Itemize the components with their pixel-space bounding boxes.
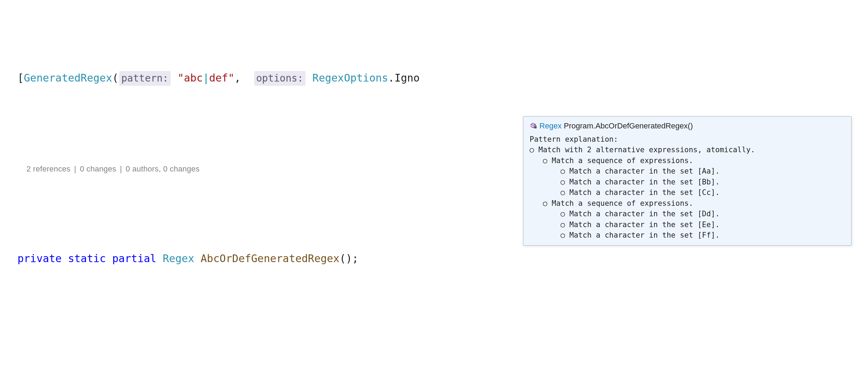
- tooltip-line: Match a character in the set [Aa].: [561, 167, 720, 175]
- inline-hint-pattern: pattern:: [119, 71, 171, 86]
- regex-literal-b: def: [209, 70, 228, 86]
- svg-rect-0: [534, 126, 537, 128]
- tooltip-member: .AbcOrDefGeneratedRegex(): [593, 121, 693, 130]
- tooltip-title: Pattern explanation:: [530, 135, 618, 143]
- tooltip-body: Pattern explanation: Match with 2 altern…: [530, 134, 845, 240]
- regex-pipe: |: [203, 70, 209, 86]
- codelens-authors[interactable]: 0 authors, 0 changes: [125, 164, 199, 173]
- string-close: ": [228, 70, 234, 86]
- bracket-open: [: [17, 70, 24, 86]
- type-regex: Regex: [163, 251, 194, 266]
- method-name: AbcOrDefGeneratedRegex: [201, 251, 339, 266]
- dot: .: [388, 70, 394, 86]
- attribute-name: GeneratedRegex: [24, 70, 112, 86]
- enum-member: Igno: [394, 70, 419, 86]
- codelens-references[interactable]: 2 references: [27, 164, 71, 173]
- codelens-changes[interactable]: 0 changes: [80, 164, 116, 173]
- cube-lock-icon: [530, 122, 537, 130]
- comma: ,: [234, 70, 253, 86]
- code-line[interactable]: [GeneratedRegex(pattern: "abc|def", opti…: [17, 70, 868, 86]
- parens: (): [339, 251, 352, 266]
- code-line[interactable]: private static partial Regex AbcOrDefGen…: [17, 251, 868, 266]
- quickinfo-tooltip: Regex Program.AbcOrDefGeneratedRegex() P…: [523, 116, 852, 246]
- tooltip-type-link[interactable]: Regex: [539, 121, 562, 130]
- tooltip-line: Match a character in the set [Ee].: [561, 220, 720, 229]
- codelens-separator: |: [118, 164, 124, 173]
- inline-hint-options: options:: [254, 71, 306, 86]
- keyword-partial: partial: [112, 251, 156, 266]
- tooltip-line: Match a sequence of expressions.: [543, 156, 693, 165]
- tooltip-line: Match with 2 alternative expressions, at…: [530, 146, 755, 154]
- keyword-static: static: [68, 251, 106, 266]
- tooltip-line: Match a character in the set [Ff].: [561, 231, 720, 239]
- tooltip-line: Match a character in the set [Bb].: [561, 178, 720, 186]
- string-open: ": [171, 70, 184, 86]
- paren-open: (: [112, 70, 119, 86]
- space: [306, 70, 313, 86]
- keyword-private: private: [17, 251, 62, 266]
- codelens-separator: |: [72, 164, 79, 173]
- blank-line: [17, 314, 868, 329]
- tooltip-line: Match a character in the set [Cc].: [561, 188, 720, 197]
- tooltip-class: Program: [562, 121, 593, 130]
- tooltip-header: Regex Program.AbcOrDefGeneratedRegex(): [530, 121, 845, 131]
- tooltip-line: Match a character in the set [Dd].: [561, 210, 720, 218]
- tooltip-line: Match a sequence of expressions.: [543, 199, 693, 208]
- type-regexoptions: RegexOptions: [313, 70, 388, 86]
- regex-literal-a: abc: [184, 70, 203, 86]
- semicolon: ;: [352, 251, 358, 266]
